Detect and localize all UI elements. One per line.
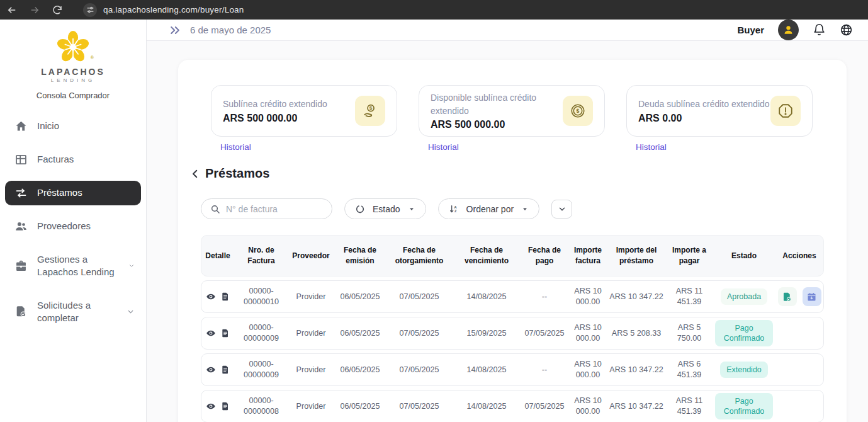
historial-link[interactable]: Historial [428,142,459,152]
status-badge: Aprobada [721,288,767,305]
briefcase-icon [14,259,28,273]
payment-date: -- [521,292,568,302]
svg-text:A: A [454,205,456,208]
table-row: 00000-00000009 Provider 06/05/2025 07/05… [201,353,824,386]
file-text-icon[interactable] [220,328,230,338]
payment-date: 07/05/2025 [521,328,568,339]
provider: Provider [288,292,334,302]
table-rows: 00000-00000010 Provider 06/05/2025 07/05… [201,280,824,422]
address-bar[interactable]: qa.lapachoslending.com/buyer/Loan [83,3,244,17]
sidebar: ® LAPACHOS LENDING Consola Comprador Ini… [0,20,147,422]
issue-date: 06/05/2025 [334,401,386,412]
eye-icon[interactable] [206,328,216,338]
ordenar-por-button[interactable]: AZ Ordenar por [438,198,539,219]
sidebar-item-solicitudes[interactable]: Solicitudes a completar [5,294,141,331]
eye-icon[interactable] [206,365,216,375]
brand-name: LAPACHOS [0,67,146,77]
status-circle-icon [355,204,365,214]
summary-cards: Sublínea crédito extendido ARS 500 000.0… [211,85,814,152]
document-check-action-button[interactable] [778,287,797,306]
forward-icon[interactable] [29,4,40,16]
sidebar-item-prestamos[interactable]: Préstamos [5,181,141,205]
loan-amount: ARS 10 347.22 [608,401,665,412]
historial-link[interactable]: Historial [220,142,251,152]
eye-icon[interactable] [206,292,216,302]
user-icon [782,24,794,36]
detail-cell [201,401,234,411]
status-cell: Extendido [714,362,774,378]
more-filters-button[interactable] [551,200,572,219]
status-cell: Pago Confirmado [714,393,774,420]
svg-text:Z: Z [454,209,457,213]
sidebar-item-proveedores[interactable]: Proveedores [5,214,141,239]
payable-amount: ARS 11 451.39 [665,396,714,417]
issue-date: 06/05/2025 [334,328,386,339]
invoice-amount: ARS 10 000.00 [568,359,608,380]
file-text-icon[interactable] [220,365,230,375]
user-role-label: Buyer [737,25,764,35]
payable-amount: ARS 5 750.00 [665,322,714,344]
svg-text:$: $ [369,105,373,111]
issue-date: 06/05/2025 [334,292,386,302]
table-row: 00000-00000008 Provider 06/05/2025 07/05… [201,390,824,422]
bell-icon[interactable] [813,23,826,37]
browser-toolbar: qa.lapachoslending.com/buyer/Loan [0,0,868,20]
sidebar-nav: Inicio Facturas Préstamos Proveedores Ge… [0,114,146,330]
due-date: 14/08/2025 [452,292,521,302]
historial-link[interactable]: Historial [636,142,667,152]
current-date: 6 de mayo de 2025 [190,25,271,35]
document-check-icon [782,292,792,302]
due-date: 15/09/2025 [452,328,521,339]
sidebar-item-facturas[interactable]: Facturas [5,147,141,172]
payment-date: 07/05/2025 [521,401,568,412]
file-text-icon[interactable] [220,292,230,302]
table-row: 00000-00000009 Provider 06/05/2025 07/05… [201,317,824,350]
coin-icon: $ [563,96,593,126]
transfer-icon [14,186,28,200]
invoice-search[interactable] [201,198,332,219]
topbar: 6 de mayo de 2025 Buyer [147,20,868,41]
eye-icon[interactable] [206,401,216,411]
search-input[interactable] [226,204,323,214]
hand-coin-icon: $ [355,96,385,126]
site-settings-icon[interactable] [83,3,97,17]
globe-icon[interactable] [840,23,853,37]
invoice-amount: ARS 10 000.00 [568,396,608,417]
row-actions [774,287,825,306]
loan-amount: ARS 5 208.33 [608,328,665,339]
status-badge: Pago Confirmado [715,320,773,347]
sort-az-icon: AZ [449,204,459,214]
back-icon[interactable] [6,4,18,16]
grid-icon [14,153,28,166]
calendar-icon [806,292,817,302]
invoice-number: 00000-00000009 [234,322,288,344]
avatar[interactable] [778,20,799,40]
search-icon [210,204,220,214]
card-disponible-sublinea: Disponible sublínea crédito extendido AR… [419,85,605,137]
sidebar-expand-icon[interactable] [169,24,181,37]
invoice-amount: ARS 10 000.00 [568,322,608,344]
card-sublinea-credito: Sublínea crédito extendido ARS 500 000.0… [211,85,397,137]
users-icon [14,220,28,233]
console-subtitle: Consola Comprador [0,91,146,100]
sidebar-item-gestiones[interactable]: Gestiones a Lapachos Lending [5,248,141,285]
caret-down-icon [521,205,529,213]
issue-date: 06/05/2025 [334,365,386,375]
provider: Provider [288,365,334,375]
calendar-action-button[interactable] [803,287,821,306]
refresh-icon[interactable] [52,4,63,16]
estado-filter-button[interactable]: Estado [344,198,426,219]
status-cell: Pago Confirmado [714,320,774,347]
caret-down-icon [408,205,415,213]
chevron-down-icon [558,205,566,214]
grant-date: 07/05/2025 [386,328,452,339]
back-chevron-icon[interactable] [189,168,201,180]
url-text[interactable]: qa.lapachoslending.com/buyer/Loan [103,5,244,14]
file-text-icon[interactable] [220,401,230,411]
invoice-number: 00000-00000010 [234,286,288,307]
grant-date: 07/05/2025 [386,401,452,412]
svg-text:$: $ [577,108,580,114]
invoice-number: 00000-00000008 [234,396,288,417]
brand-logo: ® LAPACHOS LENDING Consola Comprador [0,20,146,100]
sidebar-item-inicio[interactable]: Inicio [5,114,141,139]
